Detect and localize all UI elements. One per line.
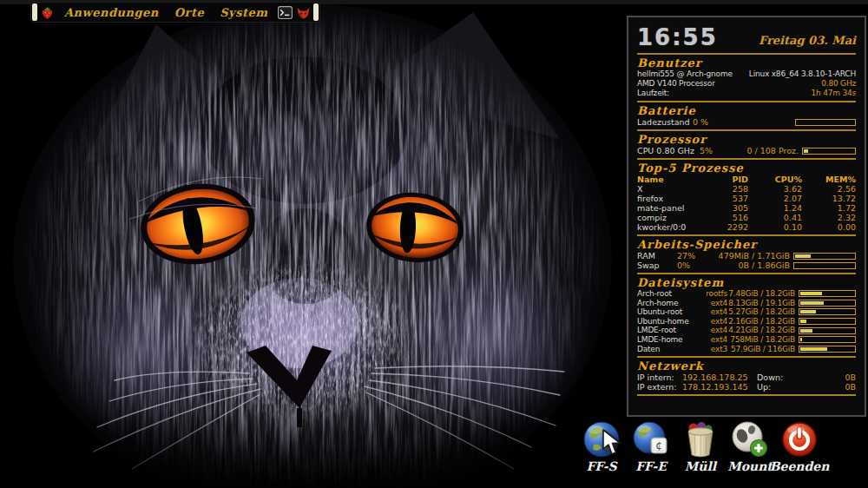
cpu-pct: 5% xyxy=(700,146,726,155)
dock-label: Mount xyxy=(727,459,773,473)
trash-icon xyxy=(681,420,720,458)
dock-item-beenden[interactable]: Beenden xyxy=(779,420,820,473)
fs-bar xyxy=(799,336,856,343)
dock-label: FF-S xyxy=(586,459,616,473)
dock-label: FF-E xyxy=(635,459,667,473)
process-row: mate-panel3051.241.72 xyxy=(637,203,856,213)
terminal-icon[interactable] xyxy=(278,5,293,20)
dock-item-ff-e[interactable]: ¢ FF-E xyxy=(630,420,672,473)
menu-orte[interactable]: Orte xyxy=(167,6,212,19)
conky-widget: 16:55 Freitag 03. Mai Benutzer hellmi555… xyxy=(627,16,866,417)
filesystem-row: Arch-rootrootfs7.48GiB / 18.2GiB xyxy=(637,289,856,299)
dock-label: Beenden xyxy=(770,459,830,473)
cpu-model: AMD V140 Processor xyxy=(637,79,715,89)
strawberry-icon[interactable] xyxy=(40,5,55,20)
devil-icon[interactable] xyxy=(296,5,311,20)
process-row: X2583.622.56 xyxy=(637,184,856,194)
cpu-label: CPU 0.80 GHz xyxy=(637,146,700,155)
separator xyxy=(637,101,856,102)
network-row: IP extern: 178.12.193.145 Up: 0B xyxy=(637,382,856,392)
separator xyxy=(637,53,856,55)
conky-section-benutzer: Benutzer hellmi555 @ Arch-gnomeLinux x86… xyxy=(637,56,856,98)
battery-label: Ladezustand xyxy=(637,117,693,127)
menu-anwendungen[interactable]: Anwendungen xyxy=(56,6,167,19)
dock-item-mount[interactable]: Mount xyxy=(729,420,771,473)
section-title: Top-5 Prozesse xyxy=(637,162,856,175)
conky-section-prozessor: Prozessor CPU 0.80 GHz 5% 0 / 108 Proz. xyxy=(637,133,856,155)
section-title: Benutzer xyxy=(637,56,856,69)
globe-key-icon: ¢ xyxy=(632,420,670,458)
separator xyxy=(637,234,856,236)
fs-bar xyxy=(799,327,856,334)
uptime-value: 1h 47m 34s xyxy=(811,89,856,98)
col-mem: MEM% xyxy=(802,175,856,184)
conky-section-top5: Top-5 Prozesse Name PID CPU% MEM% X2583.… xyxy=(637,162,856,232)
process-row: firefox5372.0713.72 xyxy=(637,194,856,203)
cpu-freq: 0.80 GHz xyxy=(821,79,856,89)
filesystem-row: Ubuntu-homeext42.16GiB / 18.2GiB xyxy=(637,317,856,326)
section-title: Batterie xyxy=(637,104,856,117)
kernel: Linux x86_64 3.8.10-1-ARCH xyxy=(749,69,856,79)
filesystem-row: Ubuntu-rootext45.27GiB / 18.2GiB xyxy=(637,307,856,317)
user-host: hellmi555 @ Arch-gnome xyxy=(637,69,733,79)
filesystem-row: Datenext357.9GiB / 116GiB xyxy=(637,345,856,354)
fs-bar xyxy=(799,290,856,297)
conky-section-dateisystem: Dateisystem Arch-rootrootfs7.48GiB / 18.… xyxy=(637,276,856,353)
uptime-label: Laufzeit: xyxy=(637,89,669,98)
separator xyxy=(637,129,856,131)
battery-bar xyxy=(795,119,856,126)
section-title: Dateisystem xyxy=(637,276,856,289)
memory-row: RAM 27% 479MiB / 1.71GiB xyxy=(637,251,856,260)
conky-clock-row: 16:55 Freitag 03. Mai xyxy=(637,21,856,50)
conky-section-speicher: Arbeits-Speicher RAM 27% 479MiB / 1.71Gi… xyxy=(637,238,856,270)
fs-bar xyxy=(799,346,856,353)
separator xyxy=(637,158,856,160)
desktop: Anwendungen Orte System 16:55 Freitag 03… xyxy=(0,0,868,488)
process-row: compiz5160.412.32 xyxy=(637,213,856,222)
separator xyxy=(637,356,856,358)
date: Freitag 03. Mai xyxy=(759,34,856,50)
svg-text:¢: ¢ xyxy=(655,439,662,452)
drive-mount-icon xyxy=(731,420,769,458)
col-cpu: CPU% xyxy=(748,175,802,184)
dock-item-trash[interactable]: Müll xyxy=(680,420,721,473)
dock-label: Müll xyxy=(685,459,716,473)
col-name: Name xyxy=(637,175,707,184)
fs-bar xyxy=(799,318,856,325)
swap-bar xyxy=(793,262,856,269)
clock: 16:55 xyxy=(637,24,718,50)
fs-bar xyxy=(799,300,856,307)
filesystem-row: Arch-homeext48.13GiB / 19.1GiB xyxy=(637,299,856,308)
col-pid: PID xyxy=(707,175,748,184)
filesystem-row: LMDE-rootext44.21GiB / 18.2GiB xyxy=(637,326,856,335)
battery-value: 0 % xyxy=(693,117,795,127)
cpu-detail: 0 / 108 Proz. xyxy=(726,146,802,155)
separator xyxy=(637,273,856,274)
separator xyxy=(637,394,856,396)
conky-section-netzwerk: Netzwerk IP intern: 192.168.178.25 Down:… xyxy=(637,359,856,392)
process-row: kworker/0:022920.100.00 xyxy=(637,222,856,232)
top-panel: Anwendungen Orte System xyxy=(30,2,320,23)
section-title: Netzwerk xyxy=(637,359,856,373)
filesystem-row: LMDE-homeext4758MiB / 18.2GiB xyxy=(637,335,856,345)
section-title: Prozessor xyxy=(637,133,856,146)
panel-hide-button-right[interactable] xyxy=(313,3,319,21)
ram-bar xyxy=(793,253,856,260)
mouse-cursor xyxy=(601,429,624,456)
memory-row: Swap 0% 0B / 1.86GiB xyxy=(637,260,856,270)
panel-hide-button-left[interactable] xyxy=(32,3,37,21)
fs-bar xyxy=(799,308,856,315)
conky-section-batterie: Batterie Ladezustand 0 % xyxy=(637,104,856,127)
section-title: Arbeits-Speicher xyxy=(637,238,856,251)
menu-system[interactable]: System xyxy=(212,6,275,19)
network-row: IP intern: 192.168.178.25 Down: 0B xyxy=(637,373,856,382)
cpu-bar xyxy=(802,148,856,155)
power-icon xyxy=(780,420,819,458)
